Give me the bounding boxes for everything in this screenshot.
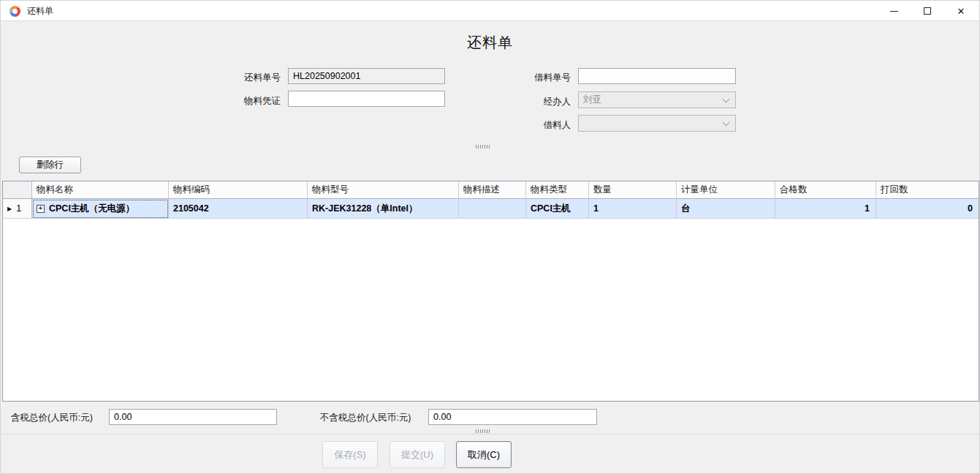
borrow-no-label: 借料单号 — [490, 69, 571, 86]
app-icon — [10, 6, 20, 17]
column-header-material-type[interactable]: 物料类型 — [526, 181, 589, 199]
row-selector-icon: ▶ — [7, 206, 12, 212]
window-title: 还料单 — [27, 1, 53, 21]
cell-rejected-count[interactable]: 0 — [876, 199, 979, 219]
borrower-combobox[interactable] — [578, 115, 736, 132]
footer-button-panel: 保存(S) 提交(U) 取消(C) — [1, 434, 979, 474]
save-button[interactable]: 保存(S) — [322, 441, 378, 468]
grid-toolbar: 删除行 — [1, 150, 979, 181]
column-header-material-name[interactable]: 物料名称 — [32, 181, 169, 199]
cell-quantity[interactable]: 1 — [589, 199, 677, 219]
page-title: 还料单 — [1, 33, 979, 53]
column-header-material-desc[interactable]: 物料描述 — [459, 181, 526, 199]
table-row[interactable]: ▶ 1 + CPCI主机（无电源） 2105042 RK-JEK31228（单I… — [3, 199, 979, 219]
close-icon: ✕ — [957, 7, 965, 16]
voucher-input[interactable] — [288, 91, 445, 107]
column-header-quantity[interactable]: 数量 — [589, 181, 677, 199]
operator-label: 经办人 — [490, 94, 571, 110]
window-controls: ✕ — [877, 1, 978, 21]
maximize-icon — [924, 7, 931, 15]
material-name-text: CPCI主机（无电源） — [49, 203, 134, 215]
return-no-label: 还料单号 — [205, 69, 281, 86]
grid-corner-cell[interactable] — [3, 181, 32, 199]
column-header-material-model[interactable]: 物料型号 — [308, 181, 459, 199]
row-index: 1 — [16, 203, 21, 214]
borrower-label: 借料人 — [490, 117, 571, 133]
close-button[interactable]: ✕ — [944, 1, 978, 21]
splitter-grip-top[interactable] — [476, 145, 490, 148]
splitter-grip-bottom[interactable] — [476, 429, 490, 433]
return-form-window: 还料单 ✕ 还料单 还料单号 物料凭证 借料单号 经办人 刘亚 借料人 删 — [0, 0, 980, 474]
cell-material-desc[interactable] — [459, 199, 526, 219]
grid-header-row: 物料名称 物料编码 物料型号 物料描述 物料类型 数量 计量单位 合格数 打回数 — [3, 181, 979, 199]
cell-unit[interactable]: 台 — [677, 199, 775, 219]
maximize-button[interactable] — [911, 1, 944, 21]
borrow-no-input[interactable] — [578, 68, 736, 84]
cell-material-type[interactable]: CPCI主机 — [526, 199, 589, 219]
tax-excluded-input[interactable] — [428, 409, 597, 425]
voucher-label: 物料凭证 — [205, 93, 281, 109]
chevron-down-icon — [723, 96, 730, 103]
cell-material-name[interactable]: + CPCI主机（无电源） — [32, 199, 169, 219]
tax-excluded-label: 不含税总价(人民币:元) — [320, 410, 424, 426]
operator-value: 刘亚 — [583, 92, 601, 108]
minimize-icon — [890, 11, 898, 12]
cell-material-code[interactable]: 2105042 — [169, 199, 308, 219]
expand-icon[interactable]: + — [37, 205, 45, 213]
operator-combobox[interactable]: 刘亚 — [578, 91, 736, 108]
totals-panel: 含税总价(人民币:元) 不含税总价(人民币:元) — [1, 402, 979, 434]
column-header-rejected-count[interactable]: 打回数 — [876, 181, 979, 199]
cell-qualified-count[interactable]: 1 — [775, 199, 876, 219]
submit-button[interactable]: 提交(U) — [390, 441, 445, 468]
row-header-cell[interactable]: ▶ 1 — [3, 199, 32, 219]
return-no-input[interactable] — [288, 68, 445, 84]
cancel-button[interactable]: 取消(C) — [456, 441, 512, 468]
tax-included-input[interactable] — [109, 409, 277, 425]
column-header-qualified-count[interactable]: 合格数 — [775, 181, 876, 199]
form-header-panel: 还料单 还料单号 物料凭证 借料单号 经办人 刘亚 借料人 — [1, 21, 979, 150]
cell-material-model[interactable]: RK-JEK31228（单Intel） — [308, 199, 459, 219]
column-header-material-code[interactable]: 物料编码 — [169, 181, 308, 199]
column-header-unit[interactable]: 计量单位 — [677, 181, 775, 199]
materials-grid: 物料名称 物料编码 物料型号 物料描述 物料类型 数量 计量单位 合格数 打回数… — [2, 181, 979, 402]
delete-row-button[interactable]: 删除行 — [19, 157, 81, 173]
chevron-down-icon — [723, 119, 730, 127]
tax-included-label: 含税总价(人民币:元) — [11, 410, 105, 426]
minimize-button[interactable] — [877, 1, 911, 21]
titlebar: 还料单 ✕ — [1, 1, 979, 21]
